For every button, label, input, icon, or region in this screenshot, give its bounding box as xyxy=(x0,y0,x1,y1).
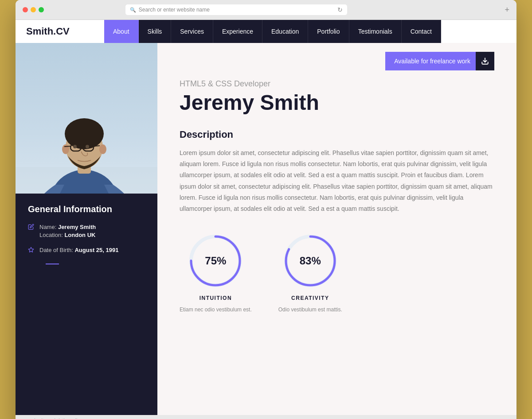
browser-window: 🔍 Search or enter website name ↻ + Smith… xyxy=(16,0,516,419)
freelance-btn-container: Available for freelance work xyxy=(180,43,494,70)
website: Smith.CV About Skills Services Experienc… xyxy=(16,20,516,419)
nav-item-experience[interactable]: Experience xyxy=(213,20,262,43)
info-item-dob: Date of Birth: August 25, 1991 xyxy=(28,246,145,255)
address-bar[interactable]: 🔍 Search or enter website name ↻ xyxy=(125,4,347,15)
maximize-button-dot[interactable] xyxy=(39,7,44,12)
svg-line-11 xyxy=(64,146,70,147)
edit-icon xyxy=(28,224,34,232)
stats-row: 75% INTUITION Etiam nec odio vestibulum … xyxy=(180,232,494,330)
add-tab-button[interactable]: + xyxy=(505,5,509,15)
circle-intuition: 75% xyxy=(187,232,244,290)
download-icon xyxy=(476,52,494,70)
profile-photo-svg xyxy=(16,43,157,194)
freelance-button[interactable]: Available for freelance work xyxy=(385,52,494,70)
search-icon: 🔍 xyxy=(130,7,136,13)
description-body: Lorem ipsum dolor sit amet, consectetur … xyxy=(180,147,494,214)
hero-subtitle: HTML5 & CSS Developer xyxy=(180,79,494,89)
nav-item-skills[interactable]: Skills xyxy=(139,20,172,43)
footer-watermark: www.heritagechristiancollege.com xyxy=(16,415,516,419)
nav-item-testimonials[interactable]: Testimonials xyxy=(349,20,402,43)
stat-creativity: 83% CREATIVITY Odio vestibulum est matti… xyxy=(278,232,342,313)
nav-items: About Skills Services Experience Educati… xyxy=(104,20,441,43)
general-info-title: General Information xyxy=(28,204,145,214)
info-name-text: Name: Jeremy Smith Location: London UK xyxy=(39,223,96,239)
close-button-dot[interactable] xyxy=(23,7,28,12)
address-bar-text: Search or enter website name xyxy=(139,7,210,13)
reload-button[interactable]: ↻ xyxy=(337,6,343,13)
hero-name: Jeremy Smith xyxy=(180,90,494,115)
profile-photo xyxy=(16,43,157,194)
circle-creativity: 83% xyxy=(282,232,339,290)
stat-creativity-sublabel: Odio vestibulum est mattis. xyxy=(278,306,342,313)
svg-point-7 xyxy=(99,144,106,154)
nav-item-about[interactable]: About xyxy=(104,20,139,43)
info-dob-text: Date of Birth: August 25, 1991 xyxy=(39,246,118,254)
content-area: Available for freelance work HTML5 & CSS… xyxy=(157,43,516,415)
stat-creativity-label: CREATIVITY xyxy=(291,295,329,301)
svg-point-6 xyxy=(62,144,69,154)
description-title: Description xyxy=(180,129,494,140)
sidebar: General Information Name: Jeremy Smith L… xyxy=(16,43,157,415)
stat-intuition-value: 75% xyxy=(205,255,226,267)
main-content: General Information Name: Jeremy Smith L… xyxy=(16,43,516,415)
nav-item-education[interactable]: Education xyxy=(262,20,308,43)
browser-dots xyxy=(23,7,44,12)
svg-point-14 xyxy=(86,145,89,148)
stat-intuition: 75% INTUITION Etiam nec odio vestibulum … xyxy=(180,232,252,313)
svg-marker-15 xyxy=(28,248,34,252)
general-info-panel: General Information Name: Jeremy Smith L… xyxy=(16,194,157,415)
nav-item-contact[interactable]: Contact xyxy=(402,20,441,43)
svg-line-12 xyxy=(94,146,100,146)
stat-intuition-label: INTUITION xyxy=(200,295,232,301)
navbar: Smith.CV About Skills Services Experienc… xyxy=(16,20,516,43)
svg-point-13 xyxy=(73,145,77,148)
nav-item-services[interactable]: Services xyxy=(171,20,213,43)
info-item-name: Name: Jeremy Smith Location: London UK xyxy=(28,223,145,239)
freelance-button-label: Available for freelance work xyxy=(394,58,470,65)
info-divider xyxy=(46,264,59,264)
browser-chrome: 🔍 Search or enter website name ↻ + xyxy=(16,0,516,20)
stat-creativity-value: 83% xyxy=(300,255,321,267)
minimize-button-dot[interactable] xyxy=(31,7,36,12)
logo: Smith.CV xyxy=(16,20,104,43)
nav-item-portfolio[interactable]: Portfolio xyxy=(308,20,349,43)
stat-intuition-sublabel: Etiam nec odio vestibulum est. xyxy=(180,306,252,313)
star-icon xyxy=(28,247,34,255)
